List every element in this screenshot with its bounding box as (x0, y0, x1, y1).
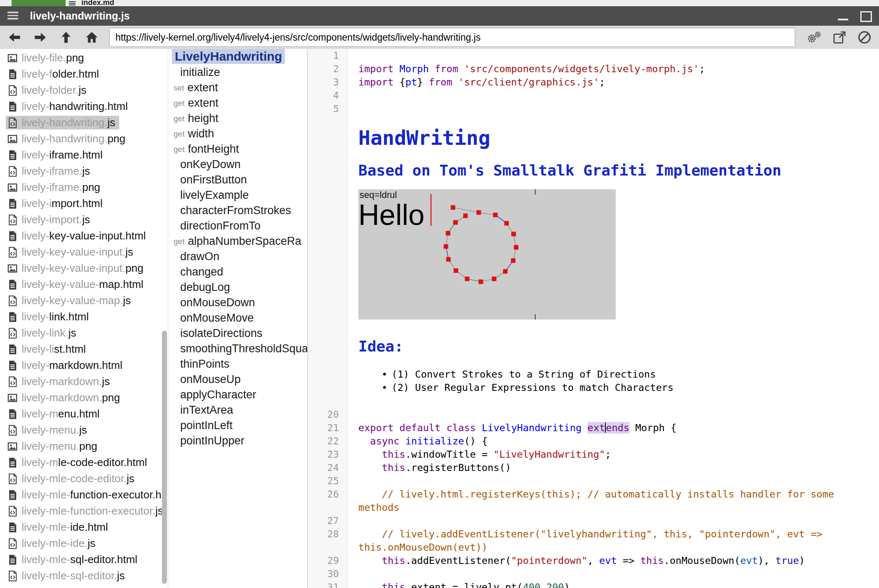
file-item[interactable]: lively-import.js (0, 212, 168, 228)
outline-item[interactable]: isolateDirections (169, 326, 307, 341)
maximize-button[interactable] (859, 10, 872, 23)
outline-item[interactable]: initialize (169, 65, 307, 80)
file-item[interactable]: lively-file.png (0, 50, 168, 66)
file-item[interactable]: lively-import.html (0, 195, 168, 212)
sidebar-scrollbar[interactable] (162, 49, 168, 588)
outline-item[interactable]: smoothingThresholdSqua (169, 341, 307, 356)
open-external-button[interactable] (830, 28, 849, 46)
file-item[interactable]: lively-mle-ide.html (0, 519, 168, 535)
file-item[interactable]: lively-mle-code-editor.html (0, 454, 168, 471)
outline-item[interactable]: drawOn (169, 249, 307, 264)
file-item[interactable]: lively-key-value-map.js (0, 293, 168, 309)
outline-item[interactable]: getwidth (169, 126, 307, 142)
code-row[interactable]: 29 this.addEventListener("pointerdown", … (308, 554, 879, 567)
file-item[interactable]: lively-menu.png (0, 438, 168, 454)
code-row[interactable]: 30 (308, 567, 879, 581)
outline-item[interactable]: getfontHeight (169, 142, 307, 157)
outline-item[interactable]: directionFromTo (169, 218, 307, 234)
outline-item[interactable]: onMouseDown (169, 295, 307, 310)
code-row[interactable]: 20 (308, 408, 879, 421)
file-item[interactable]: lively-iframe.html (0, 147, 168, 163)
code-row[interactable]: 1 (308, 49, 879, 62)
file-name: lively-link.html (22, 310, 89, 323)
back-button[interactable] (5, 28, 24, 47)
file-item[interactable]: lively-markdown.html (0, 357, 168, 373)
outline-item[interactable]: onFirstButton (169, 172, 307, 188)
code-row[interactable]: 27 (308, 514, 879, 527)
code-row[interactable]: 4 (308, 89, 879, 102)
file-item[interactable]: lively-key-value-input.html (0, 228, 168, 244)
file-item[interactable]: lively-key-value-map.html (0, 276, 168, 293)
file-name-suffix: map.html (99, 278, 143, 290)
outline-item[interactable]: livelyExample (169, 188, 307, 203)
outline-item[interactable]: setextent (169, 80, 307, 95)
block-icon (857, 29, 872, 45)
file-item[interactable]: lively-handwriting.png (0, 131, 168, 147)
outline-item[interactable]: getheight (169, 111, 307, 126)
handwriting-canvas[interactable]: seq=ldrulHello (358, 189, 616, 320)
code-row[interactable]: 2import Morph from 'src/components/widge… (308, 62, 879, 76)
code-row[interactable]: 31 this.extent = lively.pt(400,200) (308, 581, 879, 588)
code-row[interactable]: 22 async initialize() { (308, 434, 879, 448)
code-row[interactable]: 5 (308, 102, 879, 115)
stroke-point-marker (451, 205, 455, 210)
file-item[interactable]: lively-iframe.png (0, 179, 168, 195)
outline-item[interactable]: debugLog (169, 280, 307, 295)
file-item[interactable]: lively-iframe.js (0, 163, 168, 179)
outline-item[interactable]: inTextArea (169, 403, 307, 418)
code-row[interactable]: 25 (308, 474, 879, 488)
outline-item[interactable]: pointInLeft (169, 418, 307, 433)
url-input[interactable] (109, 28, 795, 47)
code-editor[interactable]: 12import Morph from 'src/components/widg… (308, 49, 879, 588)
file-item[interactable]: lively-key-value-input.png (0, 260, 168, 276)
code-row[interactable]: methods (308, 501, 879, 514)
outline-item[interactable]: characterFromStrokes (169, 203, 307, 218)
outline-item[interactable]: thinPoints (169, 356, 307, 372)
code-row[interactable]: 28 // lively.addEventListener("livelyhan… (308, 527, 879, 541)
file-item[interactable]: lively-link.html (0, 309, 168, 325)
up-button[interactable] (56, 28, 76, 47)
file-item[interactable]: lively-mle-sql-editor.js (0, 568, 168, 584)
file-item[interactable]: lively-folder.html (0, 66, 168, 82)
outline-item[interactable]: onMouseMove (169, 310, 307, 326)
file-item[interactable]: lively-markdown.js (0, 373, 168, 390)
file-item[interactable]: lively-mle-function-executor.js (0, 503, 168, 519)
forward-button[interactable] (31, 28, 50, 47)
outline-item[interactable]: changed (169, 264, 307, 280)
file-item[interactable]: lively-list.html (0, 341, 168, 357)
code-line (358, 49, 879, 62)
outline-item[interactable]: onMouseUp (169, 372, 307, 387)
file-item[interactable]: lively-handwriting.html (0, 98, 168, 115)
file-item[interactable]: lively-mle-sql-editor.html (0, 551, 168, 568)
outline-item[interactable]: pointInUpper (169, 433, 307, 449)
file-item[interactable]: lively-mle-code-editor.js (0, 471, 168, 487)
code-row[interactable]: 26 // lively.html.registerKeys(this); //… (308, 488, 879, 501)
file-item[interactable]: lively-menu.js (0, 422, 168, 438)
file-item[interactable]: lively-markdown.png (0, 390, 168, 406)
file-item[interactable]: lively-link.js (0, 325, 168, 341)
code-row[interactable]: 23 this.windowTitle = "LivelyHandwriting… (308, 448, 879, 461)
home-button[interactable] (82, 28, 101, 47)
outline-item[interactable]: getextent (169, 95, 307, 111)
file-item[interactable]: lively-mle-function-executor.h (0, 487, 168, 503)
settings-button[interactable] (805, 28, 823, 46)
code-row[interactable]: 3import {pt} from 'src/client/graphics.j… (308, 76, 879, 89)
outline-item[interactable]: getalphaNumberSpaceRa (169, 234, 307, 249)
code-row[interactable]: this.onMouseDown(evt)) (308, 541, 879, 554)
html-file-icon (7, 554, 18, 565)
file-item[interactable]: lively-key-value-input.js (0, 244, 168, 260)
file-item[interactable]: lively-menu.html (0, 406, 168, 422)
outline-item[interactable]: onKeyDown (169, 157, 307, 172)
outline-item[interactable]: applyCharacter (169, 387, 307, 403)
file-item[interactable]: lively-folder.js (0, 82, 168, 98)
block-button[interactable] (855, 28, 874, 46)
outline-class-title[interactable]: LivelyHandwriting (172, 49, 285, 64)
minimize-button[interactable] (837, 10, 850, 23)
file-item[interactable]: lively-mle-ide.js (0, 535, 168, 551)
menu-icon[interactable] (7, 12, 18, 20)
code-row[interactable]: 21export default class LivelyHandwriting… (308, 421, 879, 434)
file-item[interactable]: lively-handwriting.js (0, 115, 168, 131)
code-row[interactable]: 24 this.registerButtons() (308, 461, 879, 474)
file-name-suffix: iframe.html (49, 149, 103, 161)
sidebar-scrollbar-thumb[interactable] (162, 331, 167, 584)
